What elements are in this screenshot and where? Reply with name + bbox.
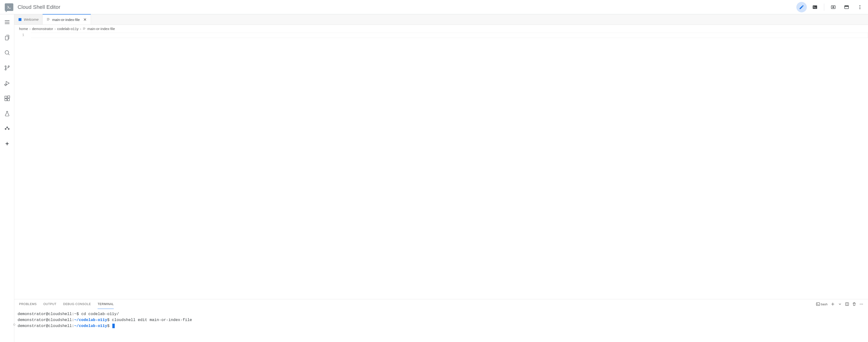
svg-rect-27 <box>20 18 20 21</box>
breadcrumb-segment[interactable]: codelab-o11y <box>57 27 79 31</box>
kebab-icon <box>857 4 863 10</box>
svg-point-8 <box>860 5 860 6</box>
terminal-line: demonstrator@cloudshell:~/codelab-o11y$ <box>18 323 865 329</box>
explorer-button[interactable] <box>4 34 11 41</box>
svg-point-18 <box>8 66 9 67</box>
line-number: 1 <box>14 33 24 37</box>
open-new-window-button[interactable] <box>841 2 852 12</box>
terminal[interactable]: demonstrator@cloudshell:~$ cd codelab-o1… <box>14 309 868 342</box>
plus-icon <box>831 302 835 306</box>
chevron-right-icon: › <box>80 27 81 31</box>
panel-tab-terminal[interactable]: TERMINAL <box>98 300 114 309</box>
svg-rect-25 <box>7 99 9 101</box>
panel-actions: bash <box>816 302 863 306</box>
svg-point-9 <box>860 7 860 8</box>
eye-preview-icon <box>831 4 836 10</box>
terminal-line: demonstrator@cloudshell:~/codelab-o11y$ … <box>18 317 865 323</box>
source-control-button[interactable] <box>4 64 11 72</box>
split-icon <box>845 302 849 306</box>
ai-assist-button[interactable] <box>4 141 11 148</box>
breadcrumb: home › demonstrator › codelab-o11y › mai… <box>14 25 868 33</box>
svg-point-43 <box>861 304 862 305</box>
search-icon <box>4 50 10 56</box>
files-icon <box>4 34 10 40</box>
panel-tab-output[interactable]: OUTPUT <box>43 300 56 309</box>
tab-main-file[interactable]: main-or-index-file <box>42 14 91 25</box>
trash-icon <box>852 302 856 306</box>
ellipsis-icon <box>860 302 863 306</box>
breadcrumb-segment[interactable]: home <box>19 27 28 31</box>
hamburger-icon <box>4 19 10 25</box>
svg-rect-36 <box>816 303 820 306</box>
editor-content[interactable] <box>31 33 868 299</box>
welcome-icon <box>18 18 22 22</box>
breadcrumb-file[interactable]: main-or-index-file <box>87 27 115 31</box>
file-lines-icon <box>83 27 86 30</box>
svg-point-17 <box>5 69 6 70</box>
activity-bar <box>0 14 14 342</box>
tab-label: Welcome <box>24 18 38 22</box>
panel-more-button[interactable] <box>860 302 863 306</box>
prompt-icon <box>7 5 11 9</box>
workspace: Welcome main-or-index-file home › demons… <box>0 14 868 342</box>
flask-icon <box>4 111 10 117</box>
chevron-right-icon: › <box>30 27 31 31</box>
svg-line-15 <box>8 54 9 55</box>
header-actions <box>796 2 865 12</box>
test-button[interactable] <box>4 110 11 117</box>
branch-icon <box>4 65 10 71</box>
terminal-line: demonstrator@cloudshell:~$ cd codelab-o1… <box>18 311 865 317</box>
kill-terminal-button[interactable] <box>852 302 856 306</box>
svg-point-14 <box>5 51 8 54</box>
terminal-profile-selector[interactable]: bash <box>816 302 828 306</box>
terminal-kind-label: bash <box>821 303 828 306</box>
chevron-down-icon <box>838 302 842 306</box>
svg-point-10 <box>860 8 860 9</box>
terminal-dirty-indicator <box>13 324 15 325</box>
panel-tab-bar: PROBLEMS OUTPUT DEBUG CONSOLE TERMINAL b… <box>14 300 868 309</box>
breadcrumb-segment[interactable]: demonstrator <box>32 27 53 31</box>
svg-point-5 <box>833 7 834 7</box>
extensions-button[interactable] <box>4 95 11 102</box>
svg-point-42 <box>860 304 861 305</box>
menu-button[interactable] <box>4 19 11 26</box>
tab-label: main-or-index-file <box>52 18 80 22</box>
tab-close-button[interactable] <box>83 18 87 22</box>
svg-point-16 <box>5 66 6 67</box>
chevron-right-icon: › <box>55 27 56 31</box>
extensions-icon <box>4 95 10 102</box>
editor-group: Welcome main-or-index-file home › demons… <box>14 14 868 342</box>
search-button[interactable] <box>4 49 11 56</box>
svg-rect-26 <box>8 96 10 98</box>
run-debug-button[interactable] <box>4 80 11 87</box>
header-divider <box>824 4 824 11</box>
more-menu-button[interactable] <box>855 2 865 12</box>
terminal-icon <box>812 4 817 10</box>
new-terminal-dropdown[interactable] <box>838 302 842 306</box>
terminal-cursor <box>112 324 115 328</box>
tab-welcome[interactable]: Welcome <box>14 14 42 25</box>
panel-tab-debug-console[interactable]: DEBUG CONSOLE <box>63 300 91 309</box>
panel-tab-problems[interactable]: PROBLEMS <box>19 300 37 309</box>
header: Cloud Shell Editor <box>0 0 868 14</box>
tab-bar: Welcome main-or-index-file <box>14 14 868 25</box>
svg-rect-24 <box>5 99 7 101</box>
google-cloud-button[interactable] <box>4 125 11 133</box>
terminal-small-icon <box>816 302 820 306</box>
code-editor[interactable]: 1 <box>14 33 868 299</box>
current-line-highlight <box>31 33 868 38</box>
app-title: Cloud Shell Editor <box>18 4 60 10</box>
file-lines-icon <box>46 18 50 22</box>
open-terminal-button[interactable] <box>810 2 820 12</box>
pencil-icon <box>799 4 804 10</box>
new-terminal-button[interactable] <box>831 302 835 306</box>
debug-icon <box>4 80 10 86</box>
split-terminal-button[interactable] <box>845 302 849 306</box>
preview-button[interactable] <box>828 2 838 12</box>
cloud-shell-logo <box>5 3 13 11</box>
line-number-gutter: 1 <box>14 33 31 299</box>
sparkle-icon <box>4 141 10 147</box>
window-icon <box>844 4 849 10</box>
open-editor-button[interactable] <box>796 2 807 12</box>
diamonds-icon <box>4 126 10 132</box>
